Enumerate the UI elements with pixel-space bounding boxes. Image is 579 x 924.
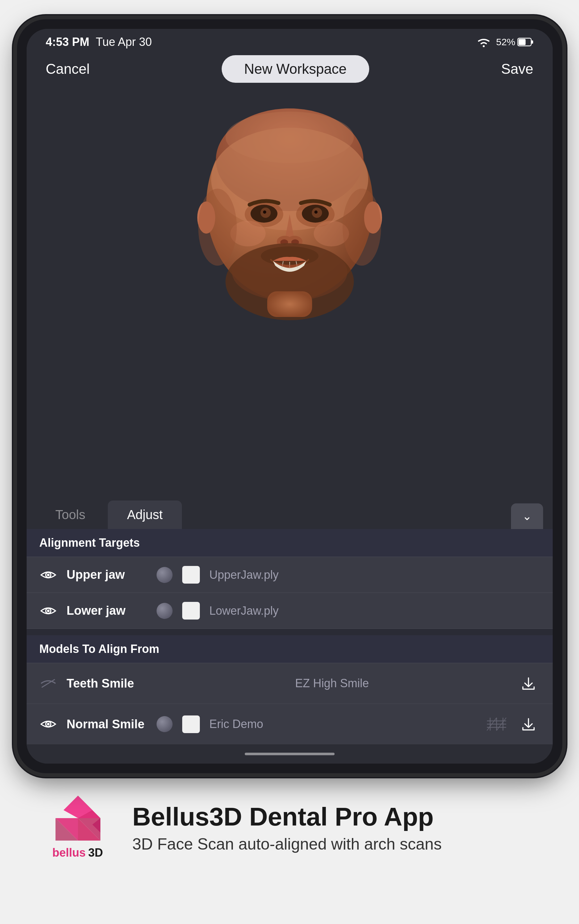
teeth-smile-filename: EZ High Smile bbox=[157, 677, 508, 690]
upper-jaw-color-swatch[interactable] bbox=[182, 566, 200, 584]
3d-head-model bbox=[158, 99, 421, 362]
bottom-panel: Tools Adjust ⌄ Alignment Targets bbox=[27, 494, 553, 764]
upper-jaw-material-icon[interactable] bbox=[157, 567, 173, 583]
tab-adjust[interactable]: Adjust bbox=[108, 500, 182, 529]
collapse-panel-button[interactable]: ⌄ bbox=[511, 504, 543, 529]
status-bar: 4:53 PM Tue Apr 30 52% bbox=[27, 29, 553, 52]
svg-text:bellus: bellus bbox=[52, 846, 86, 859]
normal-smile-label: Normal Smile bbox=[67, 717, 147, 731]
upper-jaw-label: Upper jaw bbox=[67, 568, 147, 582]
bellus3d-logo: bellus 3D bbox=[43, 792, 113, 863]
teeth-smile-visibility-icon[interactable] bbox=[39, 675, 57, 692]
battery-indicator: 52% bbox=[496, 37, 533, 47]
teeth-smile-label: Teeth Smile bbox=[67, 677, 147, 690]
home-bar bbox=[245, 753, 335, 755]
panel-content: Alignment Targets Upper jaw UpperJaw.ply bbox=[27, 529, 553, 744]
wifi-icon bbox=[477, 37, 491, 47]
svg-point-31 bbox=[343, 189, 381, 266]
upper-jaw-filename: UpperJaw.ply bbox=[209, 568, 540, 582]
branding-subtitle: 3D Face Scan auto-aligned with arch scan… bbox=[132, 835, 442, 854]
lower-jaw-color-swatch[interactable] bbox=[182, 602, 200, 620]
branding-section: bellus 3D Bellus3D Dental Pro App 3D Fac… bbox=[17, 773, 562, 882]
home-indicator bbox=[27, 744, 553, 764]
normal-smile-row: Normal Smile Eric Demo bbox=[27, 704, 553, 744]
workspace-title-button[interactable]: New Workspace bbox=[222, 55, 369, 83]
battery-percent: 52% bbox=[496, 37, 515, 47]
chevron-down-icon: ⌄ bbox=[522, 510, 532, 523]
upper-jaw-visibility-icon[interactable] bbox=[39, 566, 57, 584]
svg-point-13 bbox=[263, 211, 266, 214]
battery-icon bbox=[517, 38, 533, 46]
alignment-targets-header: Alignment Targets bbox=[27, 529, 553, 557]
lower-jaw-label: Lower jaw bbox=[67, 604, 147, 618]
ipad-screen: 4:53 PM Tue Apr 30 52% bbox=[27, 29, 553, 764]
status-icons: 52% bbox=[477, 37, 533, 47]
svg-point-34 bbox=[47, 574, 49, 576]
normal-smile-filename: Eric Demo bbox=[209, 717, 476, 731]
svg-point-14 bbox=[314, 211, 317, 214]
section-divider bbox=[27, 629, 553, 635]
upper-jaw-row: Upper jaw UpperJaw.ply bbox=[27, 557, 553, 593]
lower-jaw-material-icon[interactable] bbox=[157, 603, 173, 619]
lower-jaw-filename: LowerJaw.ply bbox=[209, 604, 540, 618]
cancel-button[interactable]: Cancel bbox=[46, 61, 90, 77]
head-svg bbox=[158, 99, 421, 362]
branding-text: Bellus3D Dental Pro App 3D Face Scan aut… bbox=[132, 802, 442, 854]
nav-bar: Cancel New Workspace Save bbox=[27, 52, 553, 89]
status-date: Tue Apr 30 bbox=[96, 35, 152, 49]
svg-rect-2 bbox=[518, 39, 525, 45]
teeth-smile-download-button[interactable] bbox=[517, 672, 540, 695]
normal-smile-mesh-icon[interactable] bbox=[485, 716, 508, 732]
svg-point-30 bbox=[198, 189, 237, 266]
svg-text:3D: 3D bbox=[88, 846, 103, 859]
branding-title: Bellus3D Dental Pro App bbox=[132, 802, 442, 832]
models-to-align-header: Models To Align From bbox=[27, 635, 553, 663]
ipad-device: 4:53 PM Tue Apr 30 52% bbox=[17, 19, 562, 773]
svg-point-36 bbox=[47, 610, 49, 612]
svg-rect-29 bbox=[267, 291, 312, 317]
lower-jaw-row: Lower jaw LowerJaw.ply bbox=[27, 593, 553, 629]
tab-tools[interactable]: Tools bbox=[36, 500, 105, 529]
tab-bar: Tools Adjust ⌄ bbox=[27, 494, 553, 529]
normal-smile-download-button[interactable] bbox=[517, 713, 540, 735]
normal-smile-color-swatch[interactable] bbox=[182, 715, 200, 733]
status-time: 4:53 PM bbox=[46, 35, 90, 49]
normal-smile-visibility-icon[interactable] bbox=[39, 715, 57, 733]
svg-rect-3 bbox=[531, 41, 533, 44]
svg-point-39 bbox=[47, 723, 49, 725]
save-button[interactable]: Save bbox=[501, 61, 533, 77]
teeth-smile-row: Teeth Smile EZ High Smile bbox=[27, 663, 553, 704]
normal-smile-material-icon[interactable] bbox=[157, 716, 173, 732]
svg-point-32 bbox=[226, 112, 354, 163]
download-icon bbox=[520, 675, 537, 692]
svg-point-0 bbox=[483, 45, 485, 47]
download-icon bbox=[520, 715, 537, 733]
lower-jaw-visibility-icon[interactable] bbox=[39, 602, 57, 620]
3d-viewport[interactable] bbox=[27, 89, 553, 494]
